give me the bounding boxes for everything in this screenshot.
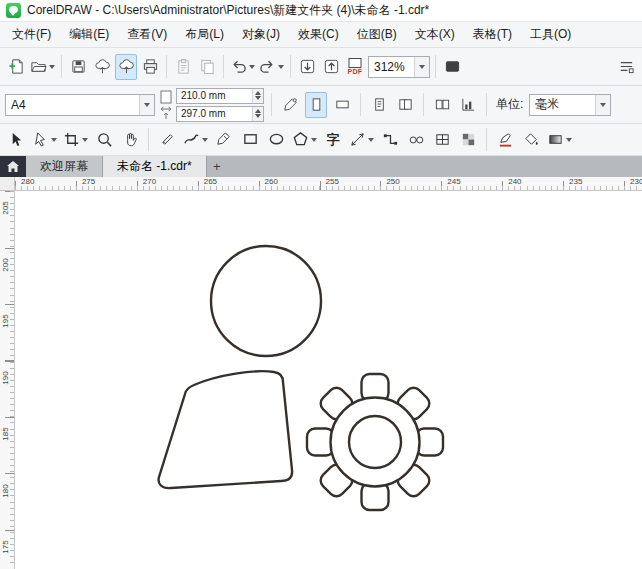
home-button[interactable] (0, 156, 26, 177)
page-height-field[interactable]: 297.0 mm (176, 106, 264, 122)
print-button[interactable] (139, 54, 161, 80)
menu-item-table[interactable]: 表格(T) (464, 22, 521, 47)
menu-item-layout[interactable]: 布局(L) (176, 22, 233, 47)
page-width-field[interactable]: 210.0 mm (176, 88, 264, 104)
current-page-button[interactable] (368, 92, 390, 118)
separator (166, 55, 167, 78)
new-tab-button[interactable]: + (207, 156, 227, 177)
app-launcher-button[interactable] (615, 54, 637, 80)
redo-button[interactable] (258, 54, 285, 80)
tab-welcome[interactable]: 欢迎屏幕 (26, 156, 103, 177)
menu-item-edit[interactable]: 编辑(E) (60, 22, 118, 47)
outline-pen-icon (497, 131, 514, 148)
hruler-label: 280 (21, 177, 34, 186)
open-button[interactable] (29, 54, 56, 80)
menu-item-text[interactable]: 文本(X) (406, 22, 464, 47)
pan-tool[interactable] (119, 127, 141, 153)
menu-item-tools[interactable]: 工具(O) (521, 22, 580, 47)
open-dropdown-caret[interactable] (49, 65, 55, 69)
save-button[interactable] (67, 54, 89, 80)
vruler-label: 205 (1, 198, 11, 218)
fill-tool[interactable] (520, 127, 542, 153)
new-document-button[interactable] (5, 54, 27, 80)
units-dropdown-button[interactable] (595, 95, 610, 115)
page-size-dropdown-button[interactable] (139, 95, 154, 115)
title-bar: CorelDRAW - C:\Users\Administrator\Pictu… (0, 0, 642, 22)
print-icon (142, 58, 159, 75)
open-from-cloud-button[interactable] (91, 54, 113, 80)
publish-pdf-button[interactable]: PDF (344, 54, 366, 80)
crop-flyout-caret[interactable] (82, 138, 88, 142)
window-title: CorelDRAW - C:\Users\Administrator\Pictu… (27, 2, 429, 19)
crop-icon (63, 131, 80, 148)
lens-tool[interactable] (405, 127, 427, 153)
ellipse-tool[interactable] (265, 127, 287, 153)
glasses-icon (408, 131, 425, 148)
hruler-label: 250 (386, 177, 399, 186)
table-tool[interactable] (431, 127, 453, 153)
vertical-ruler[interactable]: 205200195190185180175 (0, 191, 15, 569)
drawing-canvas[interactable] (15, 191, 642, 569)
page-size-value: A4 (6, 98, 139, 112)
zoom-level-combo[interactable]: 312% (368, 56, 430, 78)
pick-tool[interactable] (5, 127, 27, 153)
shape-flyout-caret[interactable] (51, 138, 57, 142)
hruler-label: 235 (569, 177, 582, 186)
shape-tool[interactable] (31, 127, 58, 153)
coreldraw-logo-icon (6, 3, 21, 18)
fullscreen-preview-button[interactable] (441, 54, 463, 80)
crop-tool[interactable] (62, 127, 89, 153)
page-height-spinner[interactable] (252, 107, 263, 121)
interactive-fill-tool[interactable] (546, 127, 573, 153)
freehand-tool[interactable] (182, 127, 209, 153)
polygon-tool[interactable] (291, 127, 318, 153)
page-dimensions-group: 210.0 mm 297.0 mm (159, 88, 264, 122)
knife-tool[interactable] (156, 127, 178, 153)
rectangle-tool[interactable] (239, 127, 261, 153)
fill-flyout-caret[interactable] (566, 138, 572, 142)
all-pages-button[interactable] (394, 92, 416, 118)
redo-dropdown-caret[interactable] (278, 65, 284, 69)
landscape-orientation-button[interactable] (331, 92, 353, 118)
tab-document[interactable]: 未命名 -1.cdr* (103, 156, 207, 177)
menu-item-object[interactable]: 对象(J) (233, 22, 289, 47)
units-combo[interactable]: 毫米 (529, 94, 611, 116)
portrait-orientation-button[interactable] (305, 92, 327, 118)
facing-pages-button[interactable] (431, 92, 453, 118)
import-button[interactable] (296, 54, 318, 80)
ruler-origin-corner[interactable] (0, 177, 15, 191)
stylus-settings-button[interactable] (279, 92, 301, 118)
horizontal-ruler[interactable]: 280275270265260255250245240235230 (15, 177, 642, 191)
menu-item-file[interactable]: 文件(F) (3, 22, 60, 47)
menu-item-effects[interactable]: 效果(C) (289, 22, 348, 47)
page-dimensions-icon (159, 89, 173, 121)
outline-pen-tool[interactable] (494, 127, 516, 153)
copy-button[interactable] (196, 54, 218, 80)
polygon-flyout-caret[interactable] (311, 138, 317, 142)
text-tool[interactable]: 字 (322, 127, 344, 153)
menu-item-bitmaps[interactable]: 位图(B) (348, 22, 406, 47)
menu-item-view[interactable]: 查看(V) (118, 22, 176, 47)
person-shape[interactable] (159, 246, 321, 488)
new-tab-label: + (213, 159, 221, 174)
zoom-tool[interactable] (93, 127, 115, 153)
gear-shape[interactable] (307, 374, 443, 510)
paste-button[interactable] (172, 54, 194, 80)
export-button[interactable] (320, 54, 342, 80)
undo-dropdown-caret[interactable] (249, 65, 255, 69)
save-to-cloud-button[interactable] (115, 54, 137, 80)
undo-button[interactable] (229, 54, 256, 80)
tab-welcome-label: 欢迎屏幕 (40, 158, 88, 175)
connector-tool[interactable] (379, 127, 401, 153)
curve-flyout-caret[interactable] (202, 138, 208, 142)
separator (290, 55, 291, 78)
page-width-spinner[interactable] (252, 89, 263, 103)
page-size-combo[interactable]: A4 (5, 94, 155, 116)
dimension-tool[interactable] (348, 127, 375, 153)
zoom-dropdown-button[interactable] (414, 57, 429, 77)
drawing-scale-button[interactable] (457, 92, 479, 118)
dimension-flyout-caret[interactable] (368, 138, 374, 142)
pen-tool[interactable] (213, 127, 235, 153)
vruler-label: 180 (1, 481, 11, 501)
transparency-tool[interactable] (457, 127, 479, 153)
